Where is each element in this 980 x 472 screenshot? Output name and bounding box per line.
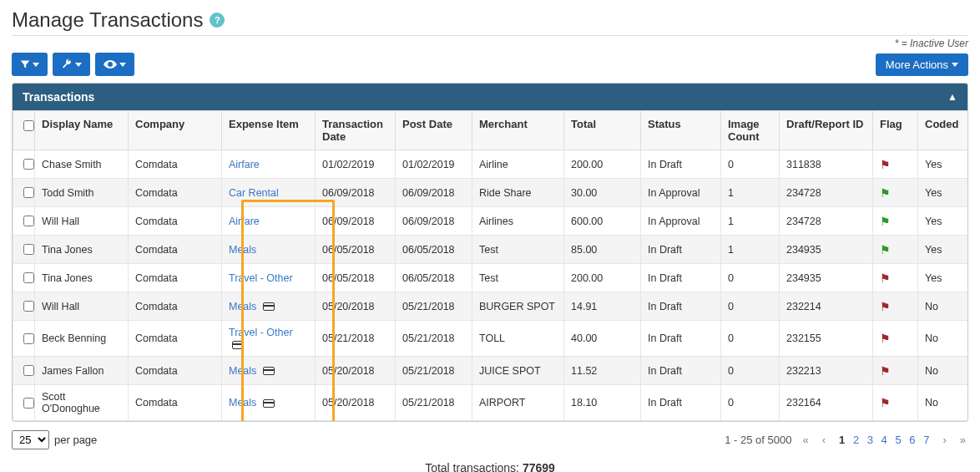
page-number[interactable]: 4 xyxy=(879,434,890,446)
col-flag[interactable]: Flag xyxy=(873,111,918,150)
row-checkbox[interactable] xyxy=(23,365,34,376)
cell-status: In Draft xyxy=(641,236,721,264)
cell-total: 30.00 xyxy=(564,179,641,207)
pagination: 1 - 25 of 5000 « ‹ 1 2 3 4 5 6 7 › » xyxy=(725,434,968,446)
select-all-checkbox[interactable] xyxy=(23,120,34,131)
cell-company: Comdata xyxy=(129,385,222,421)
cell-coded: No xyxy=(918,385,968,421)
total-transactions-value: 77699 xyxy=(523,461,555,472)
page-number[interactable]: 5 xyxy=(892,434,903,446)
cell-image-count: 0 xyxy=(721,321,780,357)
transactions-table: Display Name Company Expense Item Transa… xyxy=(13,110,968,421)
expense-item-link[interactable]: Meals xyxy=(229,244,256,256)
cell-image-count: 0 xyxy=(721,292,780,321)
col-transaction-date[interactable]: Transaction Date xyxy=(316,111,396,150)
cell-status: In Draft xyxy=(641,321,721,357)
total-transactions-label: Total transactions: xyxy=(425,461,519,472)
expense-item-link[interactable]: Meals xyxy=(229,397,256,409)
cell-status: In Draft xyxy=(641,357,721,385)
expense-item-link[interactable]: Meals xyxy=(229,301,256,312)
cell-merchant: Test xyxy=(472,236,564,264)
totals: Total transactions: 77699 Total amount: … xyxy=(12,461,968,472)
col-post-date[interactable]: Post Date xyxy=(396,111,472,150)
cell-draft-id: 234935 xyxy=(780,236,873,264)
expense-item-link[interactable]: Airfare xyxy=(229,216,260,227)
flag-icon[interactable]: ⚑ xyxy=(880,272,891,285)
row-checkbox[interactable] xyxy=(23,398,34,409)
cell-total: 600.00 xyxy=(564,207,641,236)
page-number[interactable]: 2 xyxy=(851,434,861,446)
page-number[interactable]: 6 xyxy=(907,434,917,446)
cell-display-name: Todd Smith xyxy=(35,179,129,207)
help-icon[interactable]: ? xyxy=(210,13,225,28)
flag-icon[interactable]: ⚑ xyxy=(880,215,891,228)
cell-total: 11.52 xyxy=(564,357,641,385)
flag-icon[interactable]: ⚑ xyxy=(880,243,891,256)
view-button[interactable] xyxy=(95,53,134,76)
flag-icon[interactable]: ⚑ xyxy=(880,364,891,378)
cell-draft-id: 232164 xyxy=(780,385,873,421)
row-checkbox[interactable] xyxy=(23,216,34,226)
page-first[interactable]: « xyxy=(800,434,811,446)
tools-button[interactable] xyxy=(53,53,90,76)
col-coded[interactable]: Coded xyxy=(918,111,968,150)
col-merchant[interactable]: Merchant xyxy=(472,111,564,150)
page-size-select[interactable]: 25 xyxy=(12,430,49,449)
col-total[interactable]: Total xyxy=(564,111,641,150)
cell-company: Comdata xyxy=(129,179,222,207)
flag-icon[interactable]: ⚑ xyxy=(880,300,891,313)
cell-flag: ⚑ xyxy=(873,264,918,292)
cell-company: Comdata xyxy=(129,236,222,264)
more-actions-button[interactable]: More Actions xyxy=(876,53,968,76)
expense-item-link[interactable]: Travel - Other xyxy=(229,272,293,284)
col-status[interactable]: Status xyxy=(641,111,721,150)
col-display-name[interactable]: Display Name xyxy=(35,111,129,150)
cell-merchant: BURGER SPOT xyxy=(472,292,564,321)
cell-total: 14.91 xyxy=(564,292,641,321)
expense-item-link[interactable]: Car Rental xyxy=(229,187,279,199)
flag-icon[interactable]: ⚑ xyxy=(880,158,891,171)
collapse-icon[interactable]: ▲ xyxy=(947,91,957,103)
row-checkbox[interactable] xyxy=(23,301,34,312)
cell-status: In Draft xyxy=(641,385,721,421)
expense-item-link[interactable]: Meals xyxy=(229,365,256,377)
cell-expense-item: Travel - Other xyxy=(222,264,316,292)
page-number[interactable]: 7 xyxy=(921,434,932,446)
col-company[interactable]: Company xyxy=(129,111,222,150)
divider xyxy=(12,35,968,36)
row-checkbox[interactable] xyxy=(23,187,34,198)
expense-item-link[interactable]: Travel - Other xyxy=(229,327,293,338)
cell-expense-item: Car Rental xyxy=(222,179,316,207)
cell-coded: Yes xyxy=(918,264,968,292)
page-prev[interactable]: ‹ xyxy=(820,434,828,446)
cell-image-count: 0 xyxy=(721,264,780,292)
page-number[interactable]: 3 xyxy=(865,434,876,446)
row-checkbox[interactable] xyxy=(23,272,34,283)
flag-icon[interactable]: ⚑ xyxy=(880,186,891,200)
cell-txn-date: 06/09/2018 xyxy=(316,207,396,236)
row-checkbox[interactable] xyxy=(23,244,34,255)
col-image-count[interactable]: Image Count xyxy=(721,111,780,150)
row-checkbox[interactable] xyxy=(23,333,34,344)
flag-icon[interactable]: ⚑ xyxy=(880,332,891,345)
page-next[interactable]: › xyxy=(940,434,948,446)
expense-item-link[interactable]: Airfare xyxy=(229,159,260,170)
col-expense-item[interactable]: Expense Item xyxy=(222,111,316,150)
cell-flag: ⚑ xyxy=(873,179,918,207)
filter-button[interactable] xyxy=(12,53,48,76)
cell-display-name: Chase Smith xyxy=(35,150,129,179)
cell-total: 85.00 xyxy=(564,236,641,264)
cell-flag: ⚑ xyxy=(873,150,918,179)
cell-flag: ⚑ xyxy=(873,357,918,385)
cell-company: Comdata xyxy=(129,321,222,357)
page-last[interactable]: » xyxy=(957,434,968,446)
cell-image-count: 0 xyxy=(721,150,780,179)
col-draft-id[interactable]: Draft/Report ID xyxy=(780,111,873,150)
cell-post-date: 05/21/2018 xyxy=(396,321,472,357)
row-checkbox[interactable] xyxy=(23,159,34,170)
caret-down-icon xyxy=(119,63,126,67)
flag-icon[interactable]: ⚑ xyxy=(880,396,891,409)
page-number[interactable]: 1 xyxy=(836,434,847,446)
cell-merchant: Test xyxy=(472,264,564,292)
cell-expense-item: Meals xyxy=(222,292,316,321)
